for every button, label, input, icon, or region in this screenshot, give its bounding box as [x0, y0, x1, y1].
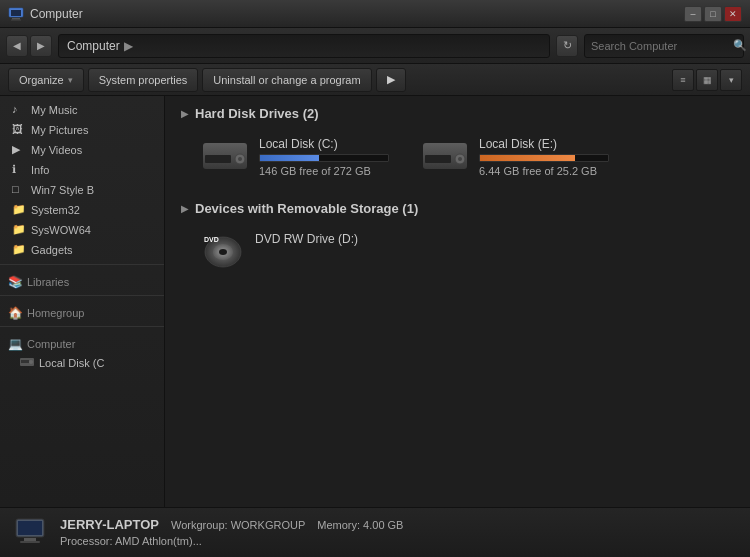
- sidebar-item-my-music[interactable]: ♪ My Music: [0, 100, 164, 120]
- view-list-button[interactable]: ≡: [672, 69, 694, 91]
- maximize-button[interactable]: □: [704, 6, 722, 22]
- sidebar-item-my-videos[interactable]: ▶ My Videos: [0, 140, 164, 160]
- homegroup-icon: 🏠: [8, 306, 23, 320]
- sidebar-label-computer: Computer: [27, 338, 75, 350]
- computer-title-icon: [8, 6, 24, 22]
- svg-rect-1: [11, 10, 21, 16]
- local-disk-c-icon: [20, 356, 34, 370]
- hdd-section-title: Hard Disk Drives (2): [195, 106, 319, 121]
- drive-name-dvd: DVD RW Drive (D:): [255, 232, 730, 246]
- system32-icon: 📁: [12, 203, 26, 217]
- back-button[interactable]: ◀: [6, 35, 28, 57]
- path-arrow: ▶: [124, 39, 133, 53]
- svg-point-10: [238, 157, 242, 161]
- minimize-button[interactable]: –: [684, 6, 702, 22]
- sidebar-section-homegroup[interactable]: 🏠 Homegroup: [0, 300, 164, 322]
- svg-rect-3: [11, 19, 21, 20]
- sidebar-item-my-pictures[interactable]: 🖼 My Pictures: [0, 120, 164, 140]
- removable-section-title: Devices with Removable Storage (1): [195, 201, 418, 216]
- close-button[interactable]: ✕: [724, 6, 742, 22]
- hdd-icon-c: [201, 137, 249, 173]
- sidebar-label-system32: System32: [31, 204, 80, 216]
- removable-section-header[interactable]: ▶ Devices with Removable Storage (1): [181, 201, 734, 216]
- removable-drives-list: DVD: [197, 228, 734, 272]
- hard-disk-section-header[interactable]: ▶ Hard Disk Drives (2): [181, 106, 734, 121]
- svg-rect-21: [18, 521, 42, 535]
- status-bar: JERRY-LAPTOP Workgroup: WORKGROUP Memory…: [0, 507, 750, 557]
- search-box[interactable]: 🔍: [584, 34, 744, 58]
- drive-bar-c: [259, 154, 389, 162]
- sidebar-item-win7-style-b[interactable]: □ Win7 Style B: [0, 180, 164, 200]
- window-controls: – □ ✕: [684, 6, 742, 22]
- sidebar-item-gadgets[interactable]: 📁 Gadgets: [0, 240, 164, 260]
- sidebar-section-computer[interactable]: 💻 Computer: [0, 331, 164, 353]
- removable-expand-arrow: ▶: [181, 203, 189, 214]
- toolbar-right: ≡ ▦ ▾: [672, 69, 742, 91]
- more-button[interactable]: ▶: [376, 68, 406, 92]
- svg-point-14: [458, 157, 462, 161]
- sidebar-label-libraries: Libraries: [27, 276, 69, 288]
- music-icon: ♪: [12, 103, 26, 117]
- svg-point-6: [29, 360, 33, 364]
- nav-buttons: ◀ ▶: [6, 35, 52, 57]
- sidebar-label-local-disk-c: Local Disk (C: [39, 357, 104, 369]
- view-grid-button[interactable]: ▦: [696, 69, 718, 91]
- uninstall-button[interactable]: Uninstall or change a program: [202, 68, 371, 92]
- removable-section: ▶ Devices with Removable Storage (1) DVD: [181, 201, 734, 272]
- workgroup-label: Workgroup: WORKGROUP: [171, 519, 305, 531]
- sidebar-label-syswow64: SysWOW64: [31, 224, 91, 236]
- status-details: JERRY-LAPTOP Workgroup: WORKGROUP Memory…: [60, 517, 403, 548]
- sidebar: ♪ My Music 🖼 My Pictures ▶ My Videos ℹ I…: [0, 96, 165, 507]
- svg-rect-22: [24, 538, 36, 541]
- drives-grid: Local Disk (C:) 146 GB free of 272 GB: [197, 133, 734, 181]
- sidebar-item-local-disk-c[interactable]: Local Disk (C: [0, 353, 164, 373]
- drive-name-e: Local Disk (E:): [479, 137, 613, 151]
- sidebar-label-info: Info: [31, 164, 49, 176]
- svg-rect-12: [425, 155, 451, 163]
- videos-icon: ▶: [12, 143, 26, 157]
- forward-button[interactable]: ▶: [30, 35, 52, 57]
- svg-rect-2: [12, 18, 20, 20]
- status-computer-icon: [12, 515, 48, 551]
- info-icon: ℹ: [12, 163, 26, 177]
- title-bar: Computer – □ ✕: [0, 0, 750, 28]
- main-area: ♪ My Music 🖼 My Pictures ▶ My Videos ℹ I…: [0, 96, 750, 507]
- sidebar-section-libraries[interactable]: 📚 Libraries: [0, 269, 164, 291]
- sidebar-label-my-videos: My Videos: [31, 144, 82, 156]
- svg-rect-23: [20, 541, 40, 543]
- svg-rect-8: [205, 155, 231, 163]
- processor-label: Processor: AMD Athlon(tm)...: [60, 535, 202, 547]
- toolbar: Organize ▾ System properties Uninstall o…: [0, 64, 750, 96]
- title-bar-left: Computer: [8, 6, 83, 22]
- drive-item-dvd[interactable]: DVD: [197, 228, 734, 272]
- drive-info-dvd: DVD RW Drive (D:): [255, 232, 730, 249]
- organize-button[interactable]: Organize ▾: [8, 68, 84, 92]
- drive-name-c: Local Disk (C:): [259, 137, 393, 151]
- pictures-icon: 🖼: [12, 123, 26, 137]
- sidebar-label-my-pictures: My Pictures: [31, 124, 88, 136]
- sidebar-item-syswow64[interactable]: 📁 SysWOW64: [0, 220, 164, 240]
- address-bar: ◀ ▶ Computer ▶ ↻ 🔍: [0, 28, 750, 64]
- drive-item-c[interactable]: Local Disk (C:) 146 GB free of 272 GB: [197, 133, 397, 181]
- system-properties-button[interactable]: System properties: [88, 68, 199, 92]
- drive-info-c: Local Disk (C:) 146 GB free of 272 GB: [259, 137, 393, 177]
- drive-bar-e: [479, 154, 609, 162]
- address-path[interactable]: Computer ▶: [58, 34, 550, 58]
- hdd-icon-e: [421, 137, 469, 173]
- drive-item-e[interactable]: Local Disk (E:) 6.44 GB free of 25.2 GB: [417, 133, 617, 181]
- path-label: Computer: [67, 39, 120, 53]
- organize-dropdown-arrow: ▾: [68, 75, 73, 85]
- view-dropdown-button[interactable]: ▾: [720, 69, 742, 91]
- content-panel: ▶ Hard Disk Drives (2): [165, 96, 750, 507]
- drive-size-e: 6.44 GB free of 25.2 GB: [479, 165, 613, 177]
- svg-rect-5: [21, 360, 29, 363]
- gadgets-icon: 📁: [12, 243, 26, 257]
- sidebar-divider-3: [0, 326, 164, 327]
- search-input[interactable]: [591, 40, 729, 52]
- sidebar-item-system32[interactable]: 📁 System32: [0, 200, 164, 220]
- computer-name: JERRY-LAPTOP: [60, 517, 159, 532]
- sidebar-label-gadgets: Gadgets: [31, 244, 73, 256]
- refresh-button[interactable]: ↻: [556, 35, 578, 57]
- svg-point-18: [219, 249, 227, 255]
- sidebar-item-info[interactable]: ℹ Info: [0, 160, 164, 180]
